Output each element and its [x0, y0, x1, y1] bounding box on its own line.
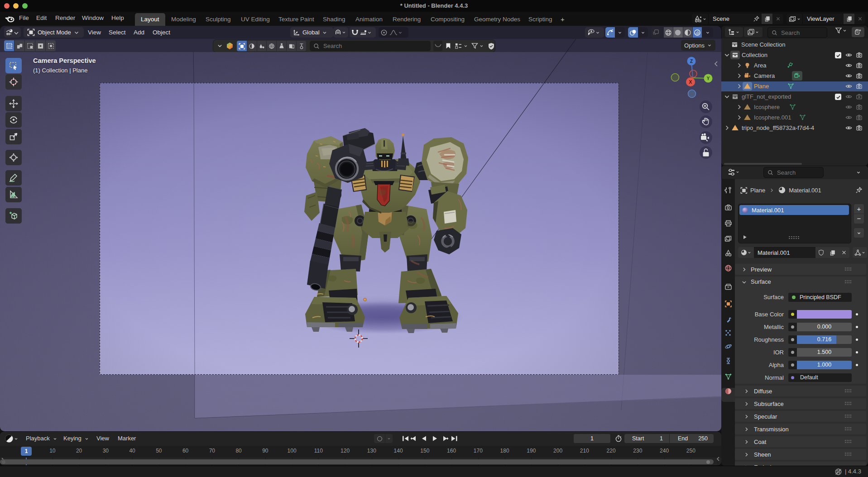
svg-text:Y: Y — [707, 76, 710, 81]
svg-text:X: X — [689, 79, 692, 85]
svg-text:Z: Z — [690, 59, 693, 64]
